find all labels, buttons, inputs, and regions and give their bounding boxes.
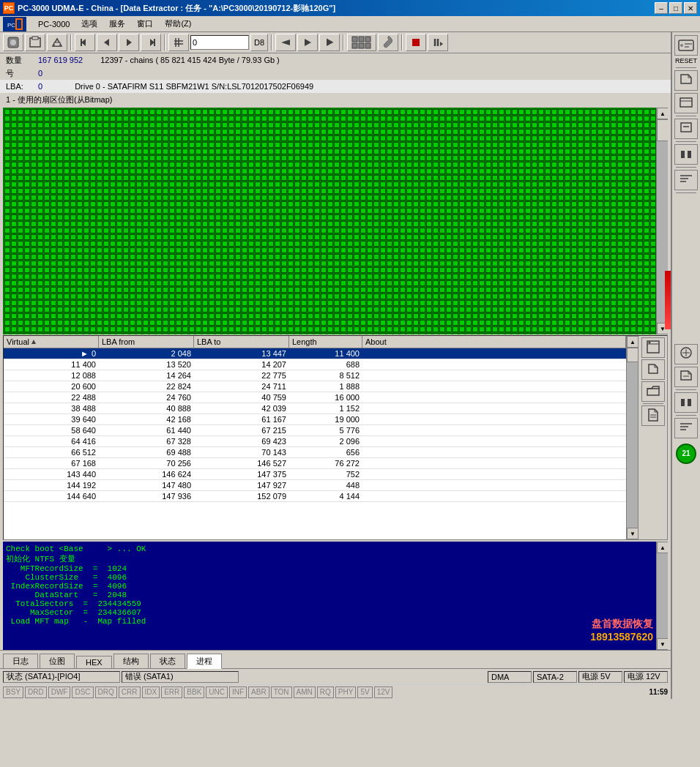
th-length: Length xyxy=(289,336,362,348)
table-scroll-down[interactable]: ▼ xyxy=(627,528,638,539)
table-scroll-thumb[interactable] xyxy=(627,348,638,362)
console-line: Load MFT map - Map filled xyxy=(6,617,653,626)
svg-point-4 xyxy=(10,40,16,45)
svg-marker-19 xyxy=(305,39,311,46)
toolbar-btn-grid[interactable] xyxy=(347,34,376,51)
svg-marker-20 xyxy=(327,39,333,46)
status-state: 状态 (SATA1)-[PIO4] xyxy=(3,671,120,683)
scroll-thumb[interactable] xyxy=(657,119,668,141)
console-scroll-up[interactable]: ▲ xyxy=(657,542,668,553)
toolbar-btn-play-down[interactable] xyxy=(319,34,340,51)
sidebar-separator-5 xyxy=(676,192,696,193)
th-lba-from: LBA from xyxy=(99,336,194,348)
console-scroll-down[interactable]: ▼ xyxy=(657,638,668,650)
table-row[interactable]: 143 440146 624147 375752 xyxy=(4,469,626,480)
tab-process[interactable]: 进程 xyxy=(187,654,222,669)
table-side-btn-folder[interactable] xyxy=(641,381,665,402)
table-side-btn-2[interactable] xyxy=(641,359,665,380)
table-row[interactable]: 20 60022 82424 7111 888 xyxy=(4,381,626,392)
menu-help[interactable]: 帮助(Z) xyxy=(159,17,197,31)
table-row[interactable]: 66 51269 48870 143656 xyxy=(4,447,626,458)
table-row[interactable]: 11 40013 52014 207688 xyxy=(4,359,626,370)
table-row[interactable]: 144 640147 936152 0794 144 xyxy=(4,491,626,502)
sidebar-btn-console-3[interactable] xyxy=(674,418,698,438)
console-line: IndexRecordSize = 4096 xyxy=(6,582,653,591)
tab-log[interactable]: 日志 xyxy=(3,654,38,668)
console-line: Check boot <Base > ... OK xyxy=(6,545,653,553)
table-row[interactable]: 39 64042 16861 16719 000 xyxy=(4,414,626,425)
toolbar-separator-1 xyxy=(70,34,72,50)
sidebar-btn-pause[interactable] xyxy=(674,144,698,165)
toolbar-btn-db[interactable]: D8 xyxy=(250,34,268,51)
tab-state[interactable]: 状态 xyxy=(150,654,185,668)
scroll-up-button[interactable]: ▲ xyxy=(657,108,668,119)
app-logo: PC xyxy=(3,17,26,31)
menu-app[interactable]: PC-3000 xyxy=(32,18,75,30)
sidebar-btn-4[interactable] xyxy=(674,119,698,139)
table-scroll-up[interactable]: ▲ xyxy=(627,336,638,348)
minimize-button[interactable]: – xyxy=(655,2,668,14)
sidebar-btn-console-2[interactable] xyxy=(674,367,698,387)
toolbar-btn-2[interactable] xyxy=(25,34,45,51)
signal-item-abr: ABR xyxy=(248,686,269,698)
svg-rect-9 xyxy=(81,39,82,46)
sidebar-btn-3[interactable] xyxy=(674,93,698,113)
console-area: Check boot <Base > ... OK初始化 NTFS 变量 MFT… xyxy=(3,542,668,650)
bitmap-grid xyxy=(3,108,668,334)
table-row[interactable]: 22 48824 76040 75916 000 xyxy=(4,392,626,403)
toolbar-btn-hash[interactable] xyxy=(168,34,189,51)
signal-item-dwf: DWF xyxy=(48,686,71,698)
toolbar-btn-stop[interactable] xyxy=(406,34,426,51)
info-row-quantity: 数量 167 619 952 12397 - chains ( 85 821 4… xyxy=(0,53,671,67)
console-scrollbar[interactable]: ▲ ▼ xyxy=(656,542,668,650)
tab-structure[interactable]: 结构 xyxy=(113,654,149,668)
menu-window[interactable]: 窗口 xyxy=(131,17,159,31)
window-controls[interactable]: – □ ✕ xyxy=(655,2,697,14)
toolbar-input[interactable] xyxy=(190,35,249,50)
tab-bitmap[interactable]: 位图 xyxy=(40,654,75,668)
lba-label: LBA: xyxy=(6,82,35,91)
signal-item-12v: 12V xyxy=(374,686,393,698)
menu-service[interactable]: 服务 xyxy=(103,17,131,31)
sidebar-btn-console-1[interactable] xyxy=(674,344,698,364)
sidebar-btn-console-pause[interactable] xyxy=(674,392,698,413)
toolbar-btn-3[interactable] xyxy=(47,34,67,51)
table-row[interactable]: 144 192147 480147 927448 xyxy=(4,480,626,491)
table-row[interactable]: 67 16870 256146 52776 272 xyxy=(4,458,626,469)
sidebar-separator-3 xyxy=(676,141,696,142)
table-row[interactable]: 38 48840 88842 0391 152 xyxy=(4,403,626,414)
table-scrollbar[interactable]: ▲ ▼ xyxy=(626,336,638,539)
quantity-value: 167 619 952 xyxy=(38,56,83,64)
sidebar-btn-2[interactable] xyxy=(674,70,698,91)
toolbar-btn-wrench[interactable] xyxy=(378,34,398,51)
sidebar-indicator-green: 21 xyxy=(676,444,696,464)
sidebar-btn-5[interactable] xyxy=(674,170,698,190)
toolbar-btn-next-end[interactable] xyxy=(141,34,161,51)
table-row[interactable]: 64 41667 32869 4232 096 xyxy=(4,436,626,447)
table-side-btn-doc[interactable] xyxy=(641,405,665,426)
menu-options[interactable]: 选项 xyxy=(75,17,103,31)
toolbar-btn-prev-start[interactable] xyxy=(75,34,95,51)
console-line: TotalSectors = 234434559 xyxy=(6,599,653,608)
table-scroll-track xyxy=(627,348,638,528)
toolbar-btn-prev[interactable] xyxy=(97,34,117,51)
signal-item-drd: DRD xyxy=(25,686,47,698)
close-button[interactable]: ✕ xyxy=(684,2,697,14)
table-row[interactable]: 12 08814 26422 7758 512 xyxy=(4,370,626,381)
sidebar-btn-drive[interactable] xyxy=(674,35,698,56)
toolbar-btn-1[interactable] xyxy=(3,34,23,51)
toolbar-btn-next[interactable] xyxy=(119,34,139,51)
toolbar-btn-play[interactable] xyxy=(297,34,318,51)
maximize-button[interactable]: □ xyxy=(669,2,682,14)
toolbar-btn-pause-steps[interactable] xyxy=(428,34,448,51)
tab-bar: 日志 位图 HEX 结构 状态 进程 xyxy=(0,650,671,668)
signal-item-ton: TON xyxy=(271,686,292,698)
title-text: PC-3000 UDMA-E - China - [Data Extractor… xyxy=(18,3,335,14)
svg-point-39 xyxy=(680,44,683,47)
tab-hex[interactable]: HEX xyxy=(76,656,112,668)
status-power12: 电源 12V xyxy=(624,671,668,683)
toolbar-btn-arrow[interactable] xyxy=(275,34,296,51)
table-row[interactable]: 58 64061 44067 2155 776 xyxy=(4,425,626,436)
table-side-btn-1[interactable] xyxy=(641,337,665,358)
table-row[interactable]: ►02 04813 44711 400 xyxy=(4,348,626,359)
